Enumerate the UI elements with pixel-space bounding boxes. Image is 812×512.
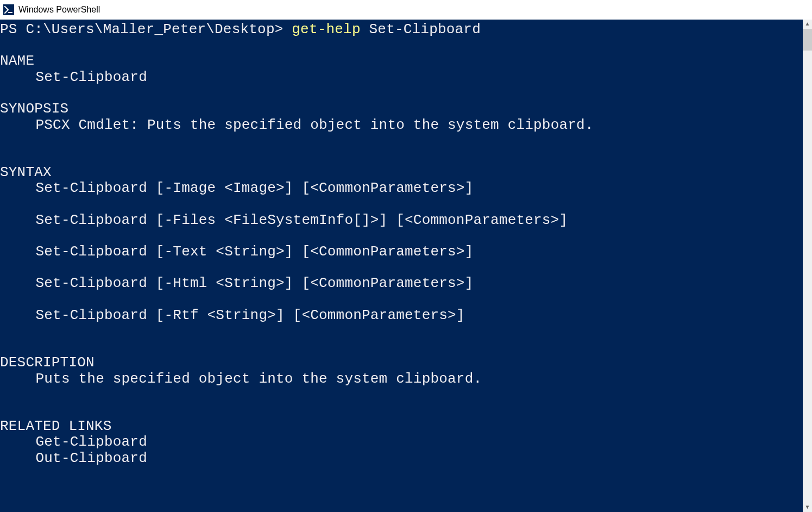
syntax-line: Set-Clipboard [-Files <FileSystemInfo[]>… <box>0 213 812 228</box>
blank-line <box>0 387 812 403</box>
syntax-line: Set-Clipboard [-Html <String>] [<CommonP… <box>0 276 812 291</box>
window-title: Windows PowerShell <box>18 5 100 15</box>
description-value: Puts the specified object into the syste… <box>0 371 812 387</box>
blank-line <box>0 323 812 339</box>
blank-line <box>0 339 812 355</box>
powershell-icon <box>3 4 14 15</box>
scrollbar-thumb[interactable] <box>803 29 812 51</box>
vertical-scrollbar[interactable]: ▲ ▼ <box>803 20 812 512</box>
section-header-description: DESCRIPTION <box>0 355 812 371</box>
command-argument: Set-Clipboard <box>361 21 481 38</box>
blank-line <box>0 260 812 276</box>
blank-line <box>0 197 812 213</box>
blank-line <box>0 133 812 149</box>
terminal-area[interactable]: PS C:\Users\Maller_Peter\Desktop> get-he… <box>0 20 812 512</box>
scrollbar-track[interactable] <box>803 51 812 503</box>
blank-line <box>0 292 812 308</box>
related-link: Out-Clipboard <box>0 451 812 466</box>
command-cmdlet: get-help <box>292 21 360 38</box>
section-header-syntax: SYNTAX <box>0 165 812 180</box>
syntax-line: Set-Clipboard [-Image <Image>] [<CommonP… <box>0 180 812 196</box>
blank-line <box>0 85 812 101</box>
title-bar[interactable]: Windows PowerShell <box>0 0 812 20</box>
blank-line <box>0 149 812 165</box>
prompt-text: PS C:\Users\Maller_Peter\Desktop> <box>0 21 292 38</box>
syntax-line: Set-Clipboard [-Rtf <String>] [<CommonPa… <box>0 308 812 323</box>
scroll-down-button[interactable]: ▼ <box>803 503 812 512</box>
prompt-line: PS C:\Users\Maller_Peter\Desktop> get-he… <box>0 22 812 38</box>
section-header-synopsis: SYNOPSIS <box>0 101 812 117</box>
blank-line <box>0 38 812 53</box>
related-link: Get-Clipboard <box>0 434 812 450</box>
blank-line <box>0 228 812 244</box>
scroll-up-button[interactable]: ▲ <box>803 20 812 29</box>
section-header-name: NAME <box>0 53 812 69</box>
syntax-line: Set-Clipboard [-Text <String>] [<CommonP… <box>0 244 812 260</box>
name-value: Set-Clipboard <box>0 70 812 85</box>
synopsis-value: PSCX Cmdlet: Puts the specified object i… <box>0 117 812 133</box>
blank-line <box>0 403 812 419</box>
section-header-related: RELATED LINKS <box>0 419 812 434</box>
